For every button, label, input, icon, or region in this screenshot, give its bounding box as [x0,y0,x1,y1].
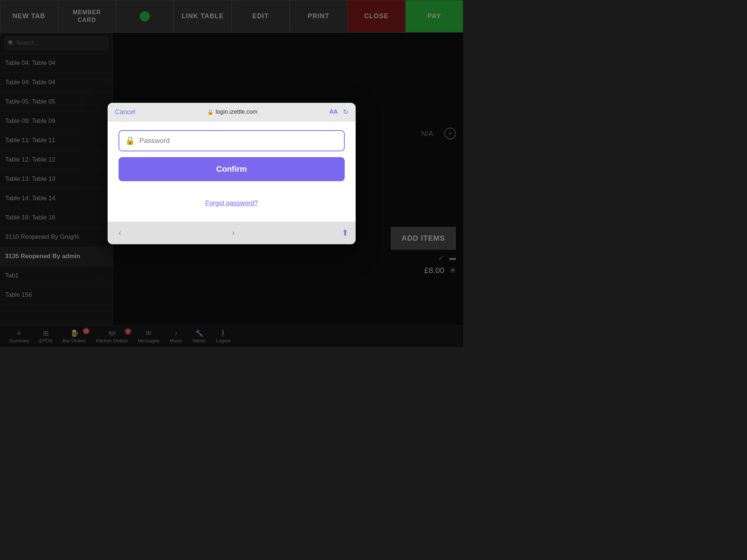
modal-overlay: Cancel 🔒 login.izettle.com AA ↻ 🔒 Confir… [0,0,463,347]
password-field-wrapper: 🔒 [119,130,345,151]
share-icon[interactable]: ⬆ [342,228,348,238]
confirm-button[interactable]: Confirm [119,157,345,181]
refresh-icon[interactable]: ↻ [343,108,348,116]
forward-button[interactable]: › [228,227,238,239]
field-lock-icon: 🔒 [125,136,135,145]
modal-header: Cancel 🔒 login.izettle.com AA ↻ [108,103,356,121]
modal-url-bar: 🔒 login.izettle.com [207,109,258,115]
back-button[interactable]: ‹ [115,227,125,239]
aa-button[interactable]: AA [329,109,338,115]
login-modal: Cancel 🔒 login.izettle.com AA ↻ 🔒 Confir… [108,103,356,244]
forgot-password-link[interactable]: Forgot password? [119,199,345,207]
modal-footer: ‹ › ⬆ [108,222,356,244]
cancel-button[interactable]: Cancel [115,108,135,116]
modal-body: 🔒 Confirm Forgot password? [108,121,356,222]
lock-icon: 🔒 [207,109,213,115]
url-text: login.izettle.com [216,109,258,115]
password-input[interactable] [139,137,338,145]
modal-controls: AA ↻ [329,108,348,116]
